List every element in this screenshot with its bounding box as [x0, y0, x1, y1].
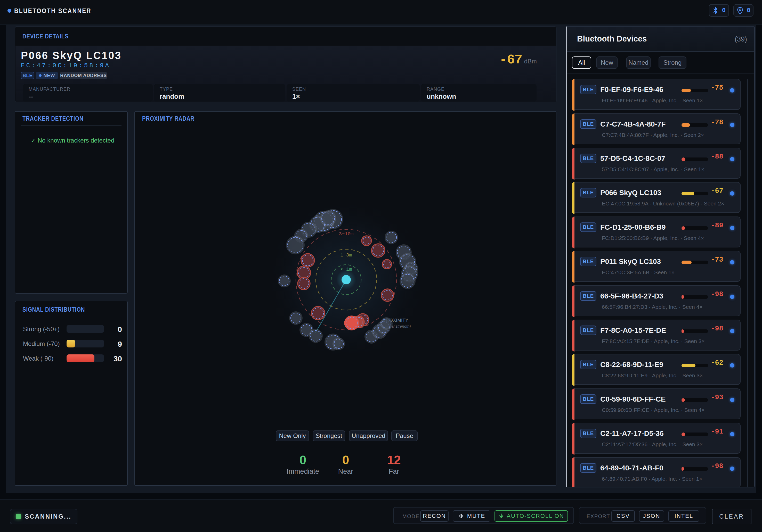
svg-text:3−10m: 3−10m: [339, 231, 353, 237]
svg-text:1−3m: 1−3m: [340, 252, 352, 258]
